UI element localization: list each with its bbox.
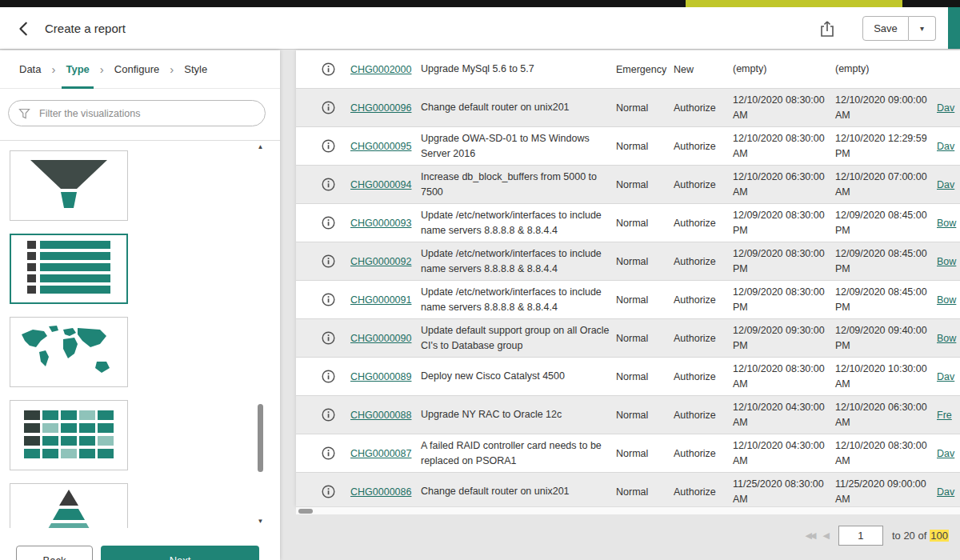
change-number-link[interactable]: CHG0000087 — [350, 448, 421, 459]
previous-page-icon[interactable]: ◀ — [822, 530, 829, 541]
side-panel-edge[interactable] — [948, 7, 960, 49]
info-icon[interactable] — [322, 331, 335, 345]
visualization-filter — [8, 100, 266, 126]
assigned-to-link[interactable]: Bow — [937, 256, 960, 267]
chevron-left-icon — [16, 21, 32, 37]
planned-start-cell: 12/09/2020 08:30:00 PM — [733, 246, 835, 275]
assigned-to-link[interactable]: Dav — [937, 448, 960, 459]
change-number-link[interactable]: CHG0000089 — [350, 371, 421, 382]
viz-card-heatmap[interactable] — [10, 400, 128, 470]
table-row: CHG0000095 Upgrade OWA-SD-01 to MS Windo… — [296, 127, 960, 166]
priority-cell: Normal — [616, 256, 674, 267]
info-icon[interactable] — [322, 446, 335, 460]
planned-start-cell: 12/10/2020 08:30:00 AM — [733, 362, 835, 390]
assigned-to-link[interactable]: Dav — [937, 179, 960, 190]
change-number-link[interactable]: CHG0000091 — [350, 294, 421, 306]
info-icon[interactable] — [322, 408, 335, 422]
share-button[interactable] — [816, 18, 838, 40]
assigned-to-link[interactable]: Bow — [937, 333, 960, 344]
planned-end-cell: 12/10/2020 07:00:00 AM — [835, 170, 937, 198]
info-icon[interactable] — [322, 485, 335, 498]
priority-cell: Normal — [616, 371, 674, 382]
change-number-link[interactable]: CHG0000088 — [350, 410, 421, 421]
assigned-to-link[interactable]: Bow — [937, 218, 960, 229]
planned-end-cell: 12/09/2020 09:40:00 PM — [835, 323, 937, 352]
top-bar — [0, 0, 960, 7]
table-row: CHG0000091 Update /etc/network/interface… — [296, 281, 960, 319]
info-icon[interactable] — [322, 293, 335, 306]
back-button[interactable]: Back — [16, 546, 93, 560]
change-number-link[interactable]: CHG0000094 — [350, 179, 421, 190]
change-number-link[interactable]: CHG0000093 — [350, 218, 421, 229]
scroll-down-arrow-icon[interactable]: ▼ — [255, 518, 266, 526]
filter-visualizations-input[interactable] — [38, 107, 255, 120]
tab-data[interactable]: Data — [19, 50, 41, 89]
hscrollbar-thumb[interactable] — [298, 509, 313, 514]
change-number-link[interactable]: CHG0000092 — [350, 256, 421, 267]
assigned-to-link[interactable]: Bow — [937, 294, 960, 306]
app-header: Create a report Save ▾ — [0, 7, 960, 50]
short-description-cell: Upgrade MySql 5.6 to 5.7 — [421, 62, 611, 76]
info-icon[interactable] — [322, 254, 335, 268]
priority-cell: Normal — [616, 102, 674, 114]
info-icon[interactable] — [322, 178, 335, 191]
info-icon[interactable] — [322, 62, 335, 76]
scrollbar-thumb[interactable] — [258, 404, 263, 472]
change-number-link[interactable]: CHG0000090 — [350, 333, 421, 344]
table-row: CHG0000093 Update /etc/network/interface… — [296, 204, 960, 242]
planned-end-cell: (empty) — [835, 62, 937, 76]
row-info-cell — [306, 446, 350, 460]
save-button[interactable]: Save — [862, 16, 909, 41]
scroll-up-arrow-icon[interactable]: ▲ — [255, 143, 266, 151]
table-row: CHG0000089 Deploy new Cisco Catalyst 450… — [296, 358, 960, 396]
short-description-cell: Change default router on unix201 — [421, 100, 611, 114]
short-description-cell: Deploy new Cisco Catalyst 4500 — [421, 369, 611, 383]
change-number-link[interactable]: CHG0000086 — [350, 486, 421, 498]
change-number-link[interactable]: CHG0000095 — [350, 141, 421, 152]
short-description-cell: Update /etc/network/interfaces to includ… — [421, 246, 611, 275]
assigned-to-link[interactable]: Dav — [937, 141, 960, 152]
viz-card-pyramid[interactable] — [10, 483, 128, 528]
planned-end-cell: 12/09/2020 08:45:00 PM — [835, 285, 937, 314]
row-info-cell — [306, 485, 350, 498]
next-button[interactable]: Next — [101, 546, 259, 560]
table-row: CHG0000094 Increase db_block_buffers fro… — [296, 166, 960, 204]
info-icon[interactable] — [322, 101, 335, 114]
change-number-link[interactable]: CHG0000096 — [350, 102, 421, 114]
table-row: CHG0000090 Update default support group … — [296, 319, 960, 358]
planned-end-cell: 12/09/2020 08:45:00 PM — [835, 246, 937, 275]
short-description-cell: Update default support group on all Orac… — [421, 323, 611, 352]
pagination-range: to 20 of100 — [892, 530, 949, 542]
tab-type[interactable]: Type — [66, 50, 89, 89]
tab-style[interactable]: Style — [184, 50, 207, 89]
tab-configure[interactable]: Configure — [114, 50, 159, 89]
assigned-to-link[interactable]: Dav — [937, 102, 960, 114]
table-horizontal-scrollbar — [296, 506, 960, 514]
page-number-input[interactable] — [838, 526, 883, 546]
funnel-chart-icon — [21, 154, 117, 218]
world-map-icon — [17, 323, 121, 381]
viz-card-bar-list[interactable] — [10, 234, 128, 304]
state-cell: Authorize — [674, 448, 733, 459]
info-icon[interactable] — [322, 139, 335, 153]
info-icon[interactable] — [322, 370, 335, 383]
assigned-to-link[interactable]: Dav — [937, 371, 960, 382]
viz-card-funnel[interactable] — [10, 150, 128, 221]
row-info-cell — [306, 178, 350, 191]
viz-card-world-map[interactable] — [10, 317, 128, 387]
heatmap-icon — [24, 410, 114, 460]
info-icon[interactable] — [322, 216, 335, 230]
assigned-to-link[interactable]: Fre — [937, 410, 960, 421]
planned-start-cell: (empty) — [733, 62, 835, 76]
short-description-cell: Change default router on unix201 — [421, 484, 611, 498]
visualization-list — [0, 140, 280, 528]
short-description-cell: Update /etc/network/interfaces to includ… — [421, 208, 611, 237]
priority-cell: Normal — [616, 179, 674, 190]
planned-start-cell: 12/09/2020 08:30:00 PM — [733, 208, 835, 237]
save-menu-button[interactable]: ▾ — [909, 16, 936, 41]
planned-end-cell: 12/10/2020 06:30:00 AM — [835, 400, 937, 429]
first-page-icon[interactable]: ◀◀ — [806, 530, 814, 541]
assigned-to-link[interactable]: Dav — [937, 486, 960, 498]
change-number-link[interactable]: CHG0002000 — [350, 64, 421, 75]
back-chevron-button[interactable] — [13, 18, 35, 40]
